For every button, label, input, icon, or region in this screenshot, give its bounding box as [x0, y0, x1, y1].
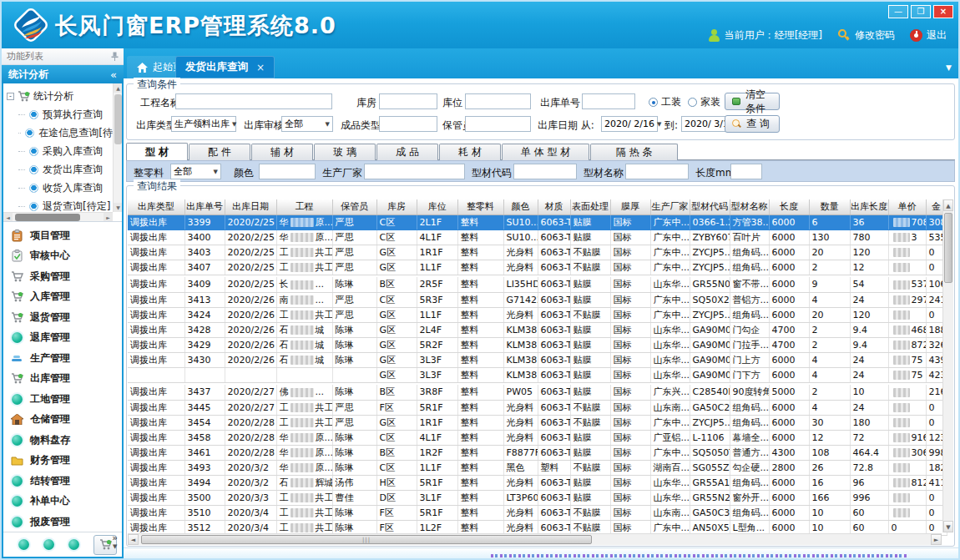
- column-header[interactable]: 出库单号: [184, 199, 225, 214]
- table-row[interactable]: 调拨出库34132020/2/26南...严思C区5R3F整料G71422606…: [128, 292, 947, 307]
- table-row[interactable]: 调拨出库34372020/2/27佛...陈琳B区3R8F整料PW056063-…: [128, 385, 947, 400]
- material-tab-2[interactable]: 配 件: [189, 144, 250, 160]
- column-header[interactable]: 整零料: [457, 199, 503, 214]
- menu-item-13[interactable]: 结转管理: [3, 471, 122, 492]
- tree-vertical-scrollbar[interactable]: ▲ ▼: [113, 83, 122, 212]
- toolbar-ball-icon-2[interactable]: [43, 539, 54, 550]
- tab-shipping-outbound-query[interactable]: 发货出库查询 ×: [175, 56, 275, 78]
- table-row[interactable]: 调拨出库34282020/2/26石城陈琳G区2L4F整料KLM38176063…: [128, 322, 947, 337]
- scrollbar-thumb[interactable]: [15, 214, 80, 221]
- table-row[interactable]: G区3L3F整料KLM38176063-T5贴膜国标山东华...GA90M09.…: [128, 367, 947, 382]
- menu-item-9[interactable]: 工地管理: [3, 389, 122, 410]
- logout-button[interactable]: 退出: [910, 28, 947, 43]
- pin-icon[interactable]: [111, 52, 119, 61]
- table-row[interactable]: 调拨出库35002020/3/3工共工程曹佳D区3L1F整料LT3P606063…: [128, 490, 947, 505]
- minimize-button[interactable]: —: [888, 5, 908, 18]
- scroll-left-icon[interactable]: ◄: [128, 534, 139, 545]
- table-row[interactable]: 调拨出库34072020/2/25工共工程严思G区1L1F整料光身料6063-T…: [128, 260, 947, 275]
- table-row[interactable]: 调拨出库34002020/2/25华原...严思C区4L1F整料SU10...6…: [128, 230, 947, 245]
- radio-industrial[interactable]: 工装: [649, 95, 681, 109]
- column-header[interactable]: 膜厚: [610, 199, 650, 214]
- length-input[interactable]: [730, 164, 762, 179]
- column-header[interactable]: 型材名称: [730, 199, 769, 214]
- table-row[interactable]: 调拨出库34452020/2/27工共工程严思F区5R1F整料光身料6063-T…: [128, 400, 947, 415]
- table-row[interactable]: 调拨出库34942020/3/2石辉城汤伟H区5R1F整料光身料6063-T5贴…: [128, 475, 947, 490]
- table-row[interactable]: 调拨出库35102020/3/4工共工程陈琳F区5R1F整料光身料6063-T5…: [128, 505, 947, 520]
- scroll-right-icon[interactable]: ►: [931, 534, 942, 545]
- factory-input[interactable]: [364, 164, 465, 179]
- keeper-input[interactable]: [465, 116, 531, 132]
- toolbar-more-button[interactable]: » ▼: [112, 534, 118, 551]
- table-row[interactable]: 调拨出库34582020/2/28华原...陈琳C区4L1F整料光身料6063-…: [128, 430, 947, 445]
- menu-item-4[interactable]: 入库管理: [3, 287, 122, 308]
- clear-conditions-button[interactable]: 清空条件: [725, 93, 780, 110]
- column-header[interactable]: 生产厂家: [650, 199, 690, 214]
- column-header[interactable]: 出库类型: [128, 199, 184, 214]
- column-header[interactable]: 库房: [376, 199, 417, 214]
- menu-item-14[interactable]: 补单中心: [3, 492, 122, 512]
- location-input[interactable]: [465, 93, 531, 109]
- tree-root-statistics[interactable]: - 统计分析: [7, 87, 113, 105]
- menu-item-7[interactable]: 生产管理: [3, 348, 122, 369]
- whole-part-select[interactable]: 全部▼: [170, 164, 221, 179]
- table-row[interactable]: 调拨出库34542020/2/28工共工程严思G区1R1F整料光身料6063-T…: [128, 415, 947, 430]
- tree-expander-icon[interactable]: -: [7, 93, 14, 100]
- scrollbar-thumb[interactable]: |||: [141, 535, 592, 544]
- column-header[interactable]: 出库长度: [850, 199, 888, 214]
- tree-item-2[interactable]: 在途信息查询[待: [7, 124, 113, 142]
- radio-home[interactable]: 家装: [688, 95, 720, 109]
- material-tab-3[interactable]: 辅 材: [251, 144, 313, 160]
- table-row[interactable]: 调拨出库34092020/2/25长...陈琳B区2R5F整料LI35HD606…: [128, 277, 947, 292]
- column-header[interactable]: 型材代码: [690, 199, 730, 214]
- color-input[interactable]: [259, 164, 316, 179]
- material-tab-7[interactable]: 单 体 型 材: [502, 144, 589, 160]
- close-button[interactable]: ×: [933, 5, 953, 18]
- column-header[interactable]: 库位: [417, 199, 457, 214]
- outbound-type-select[interactable]: 生产领料出库▼: [171, 116, 236, 132]
- tree-item-4[interactable]: 发货出库查询: [7, 160, 113, 179]
- toolbar-ball-icon-3[interactable]: [68, 539, 79, 550]
- warehouse-input[interactable]: [379, 93, 437, 109]
- tree-item-6[interactable]: 退货查询[待定]: [7, 197, 113, 212]
- menu-item-2[interactable]: 审核中心: [3, 246, 122, 267]
- table-row[interactable]: 调拨出库33992020/2/25华原...严思C区2L1F整料SU10...6…: [128, 214, 947, 230]
- menu-item-5[interactable]: 退货管理: [3, 307, 122, 328]
- tab-list-dropdown-icon[interactable]: ▼: [946, 63, 952, 72]
- order-no-input[interactable]: [582, 93, 635, 109]
- material-tab-6[interactable]: 耗 材: [439, 144, 501, 160]
- collapse-icon[interactable]: «: [110, 68, 117, 81]
- column-header[interactable]: 出库日期: [225, 199, 276, 214]
- menu-item-3[interactable]: 采购管理: [3, 266, 122, 287]
- table-row[interactable]: 调拨出库34932020/3/2华原...陈琳C区1L1F整料黑色塑料不贴膜国标…: [128, 460, 947, 475]
- scroll-up-icon[interactable]: ▲: [943, 199, 953, 211]
- menu-item-11[interactable]: 物料盘存: [3, 430, 122, 451]
- menu-item-1[interactable]: 项目管理: [3, 225, 122, 246]
- table-row[interactable]: 调拨出库34032020/2/25工共工程严思G区1R1F整料光身料6063-T…: [128, 245, 947, 260]
- scrollbar-thumb[interactable]: [944, 213, 952, 283]
- table-row[interactable]: 调拨出库34292020/2/26石城陈琳G区5R2F整料KLM38176063…: [128, 337, 947, 352]
- menu-item-10[interactable]: 仓储管理: [3, 410, 122, 431]
- column-header[interactable]: 保管员: [332, 199, 376, 214]
- menu-item-8[interactable]: 出库管理: [3, 369, 122, 390]
- column-header[interactable]: 材质: [538, 199, 570, 214]
- product-type-input[interactable]: [379, 116, 437, 132]
- audit-select[interactable]: 全部▼: [281, 116, 333, 132]
- search-button[interactable]: 查 询: [725, 115, 780, 133]
- profile-name-input[interactable]: [625, 164, 689, 179]
- column-header[interactable]: 长度: [769, 199, 809, 214]
- scroll-right-icon[interactable]: ►: [104, 213, 113, 222]
- date-from-select[interactable]: 2020/ 2/16▼: [601, 116, 658, 132]
- table-vertical-scrollbar[interactable]: ▲ ▼: [942, 199, 953, 532]
- scrollbar-thumb[interactable]: [114, 94, 122, 144]
- material-tab-4[interactable]: 玻 璃: [314, 144, 376, 160]
- project-name-input[interactable]: [175, 93, 332, 109]
- material-tab-1[interactable]: 型 材: [126, 143, 188, 160]
- table-row[interactable]: 调拨出库34242020/2/26工共工程严思G区1L1F整料光身料6063-T…: [128, 307, 947, 322]
- scroll-left-icon[interactable]: ◄: [3, 213, 13, 222]
- table-horizontal-scrollbar[interactable]: ◄ ||| ►: [128, 533, 942, 545]
- tree-item-1[interactable]: 预算执行查询: [7, 105, 113, 124]
- menu-item-15[interactable]: 报废管理: [3, 512, 122, 532]
- material-tab-8[interactable]: 隔 热 条: [590, 144, 678, 160]
- menu-item-12[interactable]: 财务管理: [3, 451, 122, 472]
- scroll-down-icon[interactable]: ▼: [114, 203, 122, 212]
